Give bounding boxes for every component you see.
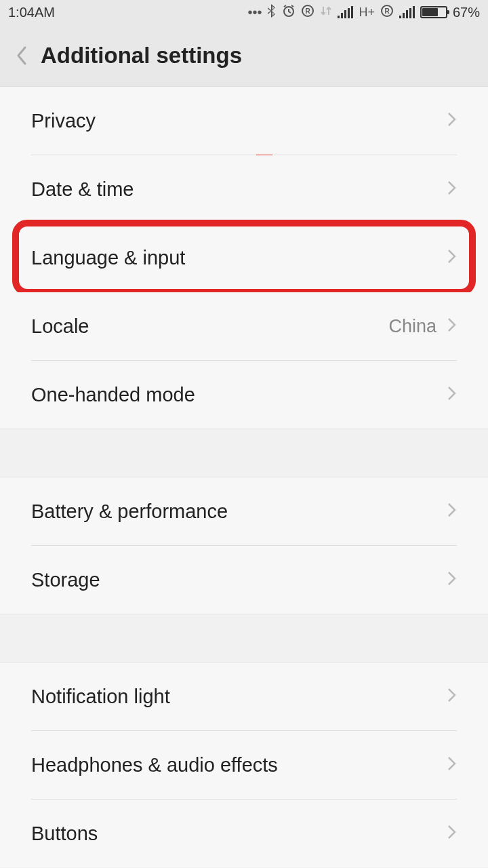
network-type: H+	[359, 5, 375, 20]
status-bar: 1:04AM ••• R H+ R 67%	[0, 0, 488, 24]
setting-headphones-audio[interactable]: Headphones & audio effects	[0, 731, 488, 799]
chevron-right-icon	[447, 755, 457, 774]
chevron-right-icon	[447, 687, 457, 706]
chevron-right-icon	[447, 502, 457, 521]
setting-value: China	[388, 316, 436, 337]
more-icon: •••	[247, 5, 262, 20]
registered-icon-2: R	[380, 4, 394, 21]
settings-list: Privacy Date & time Language & input Loc…	[0, 87, 488, 867]
setting-label: Headphones & audio effects	[31, 754, 278, 776]
status-time: 1:04AM	[8, 5, 55, 20]
battery-percent: 67%	[453, 5, 480, 20]
header: Additional settings	[0, 24, 488, 87]
data-arrows-icon	[320, 5, 332, 20]
settings-group: Battery & performance Storage	[0, 477, 488, 614]
battery-icon	[420, 6, 447, 18]
setting-privacy[interactable]: Privacy	[0, 87, 488, 155]
status-icons: ••• R H+ R 67%	[247, 4, 480, 21]
setting-one-handed[interactable]: One-handed mode	[0, 361, 488, 429]
highlighted-row: Language & input	[0, 224, 488, 292]
setting-label: Notification light	[31, 686, 170, 708]
setting-language-input[interactable]: Language & input	[0, 224, 488, 292]
setting-label: Locale	[31, 315, 89, 338]
chevron-right-icon	[447, 570, 457, 589]
setting-label: Battery & performance	[31, 500, 228, 523]
group-separator	[0, 429, 488, 477]
alarm-icon	[282, 4, 296, 21]
setting-battery-perf[interactable]: Battery & performance	[0, 477, 488, 545]
chevron-right-icon	[447, 111, 457, 130]
setting-buttons[interactable]: Buttons	[0, 800, 488, 867]
setting-label: Buttons	[31, 823, 98, 845]
bluetooth-icon	[267, 4, 277, 21]
chevron-right-icon	[447, 248, 457, 267]
svg-text:R: R	[384, 7, 390, 15]
setting-storage[interactable]: Storage	[0, 546, 488, 614]
signal-icon-2	[399, 6, 415, 18]
setting-notification-light[interactable]: Notification light	[0, 663, 488, 730]
chevron-right-icon	[447, 385, 457, 404]
chevron-right-icon	[447, 180, 457, 199]
registered-icon: R	[301, 4, 314, 21]
group-separator	[0, 614, 488, 663]
setting-label: Privacy	[31, 110, 96, 132]
signal-icon	[338, 6, 353, 18]
setting-label: Date & time	[31, 178, 134, 201]
settings-group: Notification light Headphones & audio ef…	[0, 663, 488, 867]
back-button[interactable]	[5, 39, 38, 72]
settings-group: Privacy Date & time Language & input Loc…	[0, 87, 488, 429]
page-title: Additional settings	[41, 43, 242, 68]
setting-locale[interactable]: Locale China	[0, 292, 488, 360]
setting-label: One-handed mode	[31, 384, 195, 406]
setting-date-time[interactable]: Date & time	[0, 155, 488, 223]
svg-text:R: R	[306, 7, 311, 15]
chevron-right-icon	[447, 317, 457, 336]
chevron-right-icon	[447, 824, 457, 843]
setting-label: Language & input	[31, 247, 185, 269]
setting-label: Storage	[31, 569, 100, 591]
